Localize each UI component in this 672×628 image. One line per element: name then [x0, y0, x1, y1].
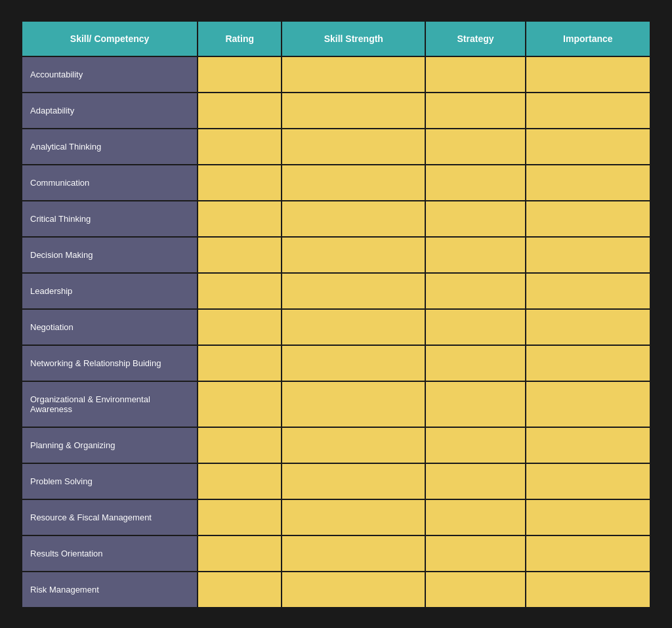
table-row: Accountability — [22, 56, 650, 93]
cell-negotiation-strategy[interactable] — [425, 309, 525, 345]
table-container: Skill/ Competency Rating Skill Strength … — [14, 14, 658, 615]
header-importance: Importance — [526, 21, 650, 56]
cell-adaptability-strength[interactable] — [282, 93, 425, 129]
cell-leadership-strategy[interactable] — [425, 273, 525, 309]
cell-results-strategy[interactable] — [425, 535, 525, 572]
row-label-critical-thinking: Critical Thinking — [22, 201, 198, 237]
table-row: Analytical Thinking — [22, 129, 650, 165]
cell-planning-importance[interactable] — [526, 427, 650, 463]
cell-critical-thinking-importance[interactable] — [526, 201, 650, 237]
cell-leadership-rating[interactable] — [198, 273, 282, 309]
table-row: Negotiation — [22, 309, 650, 345]
row-label-organizational: Organizational & Environmental Awareness — [22, 381, 198, 427]
header-row: Skill/ Competency Rating Skill Strength … — [22, 21, 650, 56]
cell-networking-strategy[interactable] — [425, 345, 525, 381]
cell-decision-making-strength[interactable] — [282, 237, 425, 273]
row-label-accountability: Accountability — [22, 56, 198, 93]
cell-problem-solving-strategy[interactable] — [425, 463, 525, 499]
table-row: Results Orientation — [22, 535, 650, 572]
cell-negotiation-rating[interactable] — [198, 309, 282, 345]
cell-leadership-importance[interactable] — [526, 273, 650, 309]
table-row: Critical Thinking — [22, 201, 650, 237]
cell-organizational-rating[interactable] — [198, 381, 282, 427]
row-label-problem-solving: Problem Solving — [22, 463, 198, 499]
cell-decision-making-rating[interactable] — [198, 237, 282, 273]
row-label-leadership: Leadership — [22, 273, 198, 309]
cell-decision-making-strategy[interactable] — [425, 237, 525, 273]
header-rating: Rating — [198, 21, 282, 56]
cell-risk-rating[interactable] — [198, 572, 282, 608]
table-row: Communication — [22, 165, 650, 201]
cell-resource-importance[interactable] — [526, 499, 650, 535]
row-label-decision-making: Decision Making — [22, 237, 198, 273]
cell-problem-solving-importance[interactable] — [526, 463, 650, 499]
cell-problem-solving-strength[interactable] — [282, 463, 425, 499]
header-skill: Skill/ Competency — [22, 21, 198, 56]
cell-planning-rating[interactable] — [198, 427, 282, 463]
cell-results-rating[interactable] — [198, 535, 282, 572]
header-strength: Skill Strength — [282, 21, 425, 56]
table-row: Networking & Relationship Buiding — [22, 345, 650, 381]
cell-communication-importance[interactable] — [526, 165, 650, 201]
cell-communication-rating[interactable] — [198, 165, 282, 201]
row-label-communication: Communication — [22, 165, 198, 201]
cell-networking-importance[interactable] — [526, 345, 650, 381]
cell-planning-strength[interactable] — [282, 427, 425, 463]
table-row: Adaptability — [22, 93, 650, 129]
cell-resource-rating[interactable] — [198, 499, 282, 535]
cell-results-strength[interactable] — [282, 535, 425, 572]
cell-critical-thinking-strength[interactable] — [282, 201, 425, 237]
cell-analytical-thinking-rating[interactable] — [198, 129, 282, 165]
cell-risk-strategy[interactable] — [425, 572, 525, 608]
table-row: Planning & Organizing — [22, 427, 650, 463]
row-label-results: Results Orientation — [22, 535, 198, 572]
table-row: Resource & Fiscal Management — [22, 499, 650, 535]
table-row: Organizational & Environmental Awareness — [22, 381, 650, 427]
row-label-planning: Planning & Organizing — [22, 427, 198, 463]
cell-accountability-strategy[interactable] — [425, 56, 525, 93]
cell-accountability-importance[interactable] — [526, 56, 650, 93]
cell-risk-importance[interactable] — [526, 572, 650, 608]
row-label-adaptability: Adaptability — [22, 93, 198, 129]
row-label-resource: Resource & Fiscal Management — [22, 499, 198, 535]
cell-communication-strategy[interactable] — [425, 165, 525, 201]
cell-analytical-thinking-strategy[interactable] — [425, 129, 525, 165]
cell-communication-strength[interactable] — [282, 165, 425, 201]
cell-adaptability-strategy[interactable] — [425, 93, 525, 129]
row-label-analytical-thinking: Analytical Thinking — [22, 129, 198, 165]
cell-results-importance[interactable] — [526, 535, 650, 572]
row-label-negotiation: Negotiation — [22, 309, 198, 345]
table-row: Leadership — [22, 273, 650, 309]
cell-networking-rating[interactable] — [198, 345, 282, 381]
cell-accountability-strength[interactable] — [282, 56, 425, 93]
cell-resource-strategy[interactable] — [425, 499, 525, 535]
cell-organizational-strength[interactable] — [282, 381, 425, 427]
cell-networking-strength[interactable] — [282, 345, 425, 381]
table-row: Decision Making — [22, 237, 650, 273]
cell-leadership-strength[interactable] — [282, 273, 425, 309]
cell-negotiation-strength[interactable] — [282, 309, 425, 345]
row-label-networking: Networking & Relationship Buiding — [22, 345, 198, 381]
cell-risk-strength[interactable] — [282, 572, 425, 608]
cell-decision-making-importance[interactable] — [526, 237, 650, 273]
cell-problem-solving-rating[interactable] — [198, 463, 282, 499]
cell-accountability-rating[interactable] — [198, 56, 282, 93]
row-label-risk: Risk Management — [22, 572, 198, 608]
cell-negotiation-importance[interactable] — [526, 309, 650, 345]
cell-analytical-thinking-importance[interactable] — [526, 129, 650, 165]
table-row: Problem Solving — [22, 463, 650, 499]
table-row: Risk Management — [22, 572, 650, 608]
cell-analytical-thinking-strength[interactable] — [282, 129, 425, 165]
cell-organizational-importance[interactable] — [526, 381, 650, 427]
cell-adaptability-importance[interactable] — [526, 93, 650, 129]
cell-planning-strategy[interactable] — [425, 427, 525, 463]
cell-organizational-strategy[interactable] — [425, 381, 525, 427]
cell-resource-strength[interactable] — [282, 499, 425, 535]
cell-critical-thinking-strategy[interactable] — [425, 201, 525, 237]
cell-adaptability-rating[interactable] — [198, 93, 282, 129]
skills-table: Skill/ Competency Rating Skill Strength … — [21, 20, 651, 608]
header-strategy: Strategy — [425, 21, 525, 56]
cell-critical-thinking-rating[interactable] — [198, 201, 282, 237]
